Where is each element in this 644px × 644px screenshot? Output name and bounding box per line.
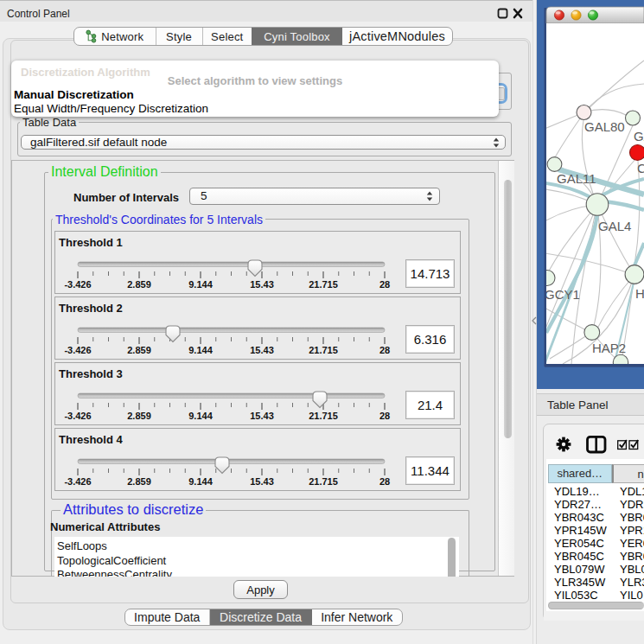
svg-text:H: H [635,286,644,301]
svg-text:28: 28 [379,476,390,487]
svg-text:2.859: 2.859 [127,476,151,487]
svg-text:-3.426: -3.426 [64,411,91,421]
svg-text:-3.426: -3.426 [64,345,91,355]
svg-text:-3.426: -3.426 [64,279,91,290]
svg-text:28: 28 [379,279,390,290]
svg-text:9.144: 9.144 [188,476,213,487]
svg-text:2.859: 2.859 [127,279,151,290]
svg-text:9.144: 9.144 [188,411,213,421]
svg-text:21.715: 21.715 [309,279,338,290]
svg-text:21.715: 21.715 [309,411,338,421]
svg-text:-3.426: -3.426 [64,476,91,487]
svg-text:15.43: 15.43 [250,411,274,421]
svg-text:GCY1: GCY1 [545,287,580,302]
svg-text:GAL4: GAL4 [598,219,631,233]
svg-text:21.715: 21.715 [309,476,338,487]
svg-text:28: 28 [379,411,390,421]
svg-text:21.715: 21.715 [309,345,338,355]
svg-text:2.859: 2.859 [127,345,151,355]
svg-text:9.144: 9.144 [188,345,213,355]
svg-text:GA: GA [634,129,644,143]
svg-text:2.859: 2.859 [127,411,151,421]
svg-text:15.43: 15.43 [250,279,274,290]
svg-text:C: C [637,161,644,175]
svg-text:GAL11: GAL11 [557,171,596,186]
svg-text:15.43: 15.43 [250,345,274,355]
svg-text:HAP2: HAP2 [592,341,626,355]
svg-text:GAL80: GAL80 [584,119,625,134]
svg-text:9.144: 9.144 [188,279,213,290]
svg-text:28: 28 [379,345,390,355]
svg-text:15.43: 15.43 [250,476,274,487]
